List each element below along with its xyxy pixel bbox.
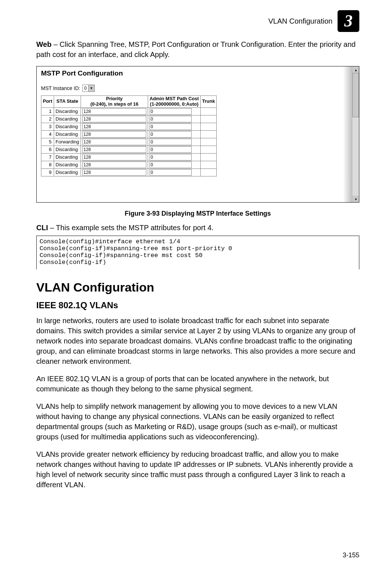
- sta-cell: Discarding: [54, 146, 81, 153]
- chevron-down-icon[interactable]: ▼: [88, 85, 94, 91]
- priority-input[interactable]: 128: [82, 116, 146, 122]
- screenshot-title: MSTP Port Configuration: [41, 69, 355, 77]
- priority-input[interactable]: 128: [82, 131, 146, 138]
- cost-input[interactable]: 0: [150, 116, 192, 122]
- cost-cell: 0: [148, 130, 201, 138]
- col-sta-state: STA State: [54, 96, 81, 108]
- priority-cell: 128: [81, 115, 148, 123]
- cost-input[interactable]: 0: [150, 146, 192, 153]
- priority-cell: 128: [81, 123, 148, 130]
- cost-cell: 0: [148, 107, 201, 115]
- screenshot-edge-gradient: [343, 66, 352, 202]
- para-3: VLANs help to simplify network managemen…: [36, 401, 359, 442]
- cost-cell: 0: [148, 123, 201, 130]
- para-4: VLANs provide greater network efficiency…: [36, 449, 359, 490]
- mst-instance-select[interactable]: 0 ▼: [82, 85, 95, 92]
- mstp-screenshot: ▴ ▾ MSTP Port Configuration MST Instance…: [36, 66, 359, 203]
- mst-instance-label: MST Instance ID:: [41, 85, 80, 91]
- cost-header-line1: Admin MST Path Cost: [150, 96, 199, 101]
- priority-cell: 128: [81, 138, 148, 146]
- scrollbar[interactable]: ▴ ▾: [352, 66, 359, 202]
- port-cell: 4: [41, 130, 54, 138]
- para-2: An IEEE 802.1Q VLAN is a group of ports …: [36, 374, 359, 394]
- sta-cell: Forwarding: [54, 138, 81, 146]
- trunk-cell: [200, 161, 216, 168]
- sta-cell: Discarding: [54, 123, 81, 130]
- cli-code-block: Console(config)#interface ethernet 1/4 C…: [36, 236, 359, 269]
- cost-input[interactable]: 0: [150, 154, 192, 160]
- table-row: 2 Discarding 128 0: [41, 115, 217, 123]
- sta-cell: Discarding: [54, 115, 81, 123]
- priority-header-line1: Priority: [106, 96, 123, 101]
- running-header-text: VLAN Configuration: [268, 17, 332, 25]
- priority-cell: 128: [81, 153, 148, 161]
- priority-input[interactable]: 128: [82, 146, 146, 153]
- cost-input[interactable]: 0: [150, 131, 192, 138]
- sta-cell: Discarding: [54, 168, 81, 176]
- trunk-cell: [200, 168, 216, 176]
- priority-input[interactable]: 128: [82, 139, 146, 145]
- port-cell: 3: [41, 123, 54, 130]
- cost-cell: 0: [148, 138, 201, 146]
- table-row: 6 Discarding 128 0: [41, 146, 217, 153]
- priority-cell: 128: [81, 107, 148, 115]
- priority-input[interactable]: 128: [82, 154, 146, 160]
- section-heading: VLAN Configuration: [36, 280, 359, 294]
- scroll-down-button[interactable]: ▾: [352, 196, 359, 202]
- priority-cell: 128: [81, 130, 148, 138]
- priority-header-line2: (0-240), in steps of 16: [90, 101, 138, 107]
- subsection-heading: IEEE 802.1Q VLANs: [36, 300, 359, 310]
- mst-instance-value: 0: [83, 86, 88, 91]
- page-number: 3-155: [343, 551, 359, 559]
- port-cell: 5: [41, 138, 54, 146]
- table-header-row: Port STA State Priority (0-240), in step…: [41, 96, 217, 108]
- table-row: 9 Discarding 128 0: [41, 168, 217, 176]
- cost-cell: 0: [148, 168, 201, 176]
- table-row: 5 Forwarding 128 0: [41, 138, 217, 146]
- port-cell: 1: [41, 107, 54, 115]
- port-cell: 7: [41, 153, 54, 161]
- para-1: In large networks, routers are used to i…: [36, 315, 359, 366]
- table-row: 7 Discarding 128 0: [41, 153, 217, 161]
- trunk-cell: [200, 146, 216, 153]
- mstp-port-table: Port STA State Priority (0-240), in step…: [41, 95, 217, 176]
- col-trunk: Trunk: [200, 96, 216, 108]
- table-row: 4 Discarding 128 0: [41, 130, 217, 138]
- cost-input[interactable]: 0: [150, 139, 192, 145]
- trunk-cell: [200, 115, 216, 123]
- mst-instance-row: MST Instance ID: 0 ▼: [41, 85, 355, 92]
- priority-input[interactable]: 128: [82, 123, 146, 130]
- priority-input[interactable]: 128: [82, 108, 146, 115]
- port-cell: 9: [41, 168, 54, 176]
- chapter-badge: 3: [338, 10, 359, 32]
- figure-caption: Figure 3-93 Displaying MSTP Interface Se…: [36, 210, 359, 217]
- sta-cell: Discarding: [54, 161, 81, 168]
- web-instructions-text: – Click Spanning Tree, MSTP, Port Config…: [36, 40, 356, 58]
- table-row: 3 Discarding 128 0: [41, 123, 217, 130]
- cli-intro: CLI – This example sets the MSTP attribu…: [36, 223, 359, 233]
- table-row: 8 Discarding 128 0: [41, 161, 217, 168]
- priority-cell: 128: [81, 146, 148, 153]
- scrollbar-track[interactable]: [352, 73, 359, 196]
- cost-cell: 0: [148, 146, 201, 153]
- trunk-cell: [200, 153, 216, 161]
- cost-input[interactable]: 0: [150, 162, 192, 168]
- web-label: Web: [36, 40, 52, 48]
- scroll-up-button[interactable]: ▴: [352, 66, 359, 73]
- cost-input[interactable]: 0: [150, 169, 192, 176]
- sta-cell: Discarding: [54, 153, 81, 161]
- port-cell: 6: [41, 146, 54, 153]
- cost-cell: 0: [148, 161, 201, 168]
- priority-input[interactable]: 128: [82, 162, 146, 168]
- cost-header-line2: (1-200000000, 0:Auto): [150, 101, 199, 107]
- priority-input[interactable]: 128: [82, 169, 146, 176]
- cli-label: CLI: [36, 224, 48, 232]
- col-port: Port: [41, 96, 54, 108]
- sta-cell: Discarding: [54, 107, 81, 115]
- cost-input[interactable]: 0: [150, 108, 192, 115]
- cost-input[interactable]: 0: [150, 123, 192, 130]
- trunk-cell: [200, 138, 216, 146]
- trunk-cell: [200, 123, 216, 130]
- table-row: 1 Discarding 128 0: [41, 107, 217, 115]
- scrollbar-thumb[interactable]: [352, 73, 359, 117]
